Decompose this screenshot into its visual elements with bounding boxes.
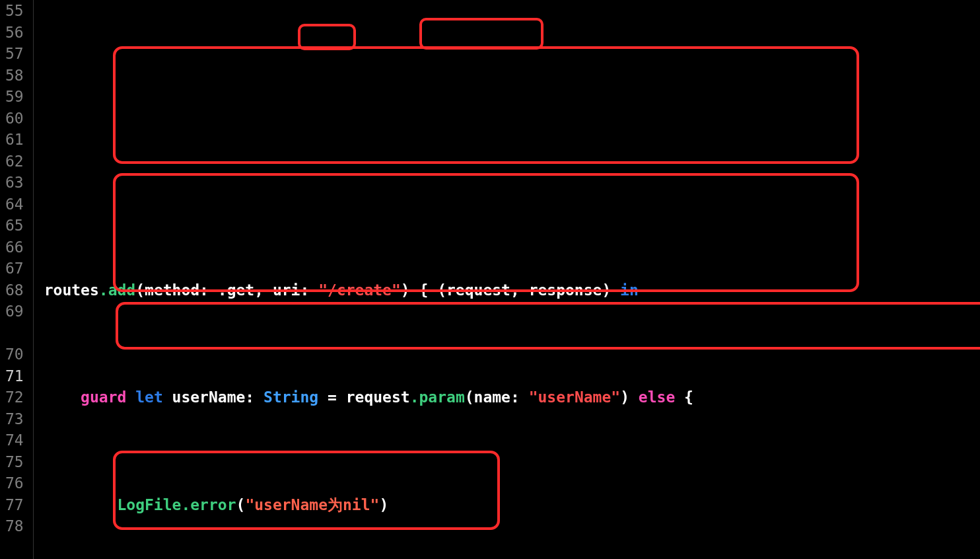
token-keyword: let bbox=[126, 389, 162, 406]
token: (method: bbox=[135, 281, 218, 299]
line-number-wrap bbox=[5, 322, 24, 344]
line-number: 61 bbox=[5, 129, 24, 151]
token-type: String bbox=[263, 389, 318, 406]
line-number: 77 bbox=[5, 494, 24, 516]
line-number: 62 bbox=[5, 151, 24, 172]
line-number: 67 bbox=[5, 258, 24, 280]
token: userName: bbox=[163, 389, 263, 406]
box-guard-json bbox=[116, 302, 980, 350]
token-keyword: guard bbox=[81, 389, 126, 406]
line-number: 68 bbox=[5, 280, 24, 301]
token: .error bbox=[181, 496, 236, 513]
line-number: 60 bbox=[5, 108, 24, 130]
line-number: 75 bbox=[5, 451, 24, 473]
token: ) bbox=[379, 496, 388, 513]
code-line[interactable]: routes.add(method: .get, uri: "/create")… bbox=[44, 280, 776, 301]
box-get bbox=[298, 24, 356, 50]
token-string: "userName为nil" bbox=[245, 496, 379, 513]
token: , uri: bbox=[254, 281, 318, 299]
token: routes bbox=[44, 281, 99, 299]
line-number: 69 bbox=[5, 301, 24, 322]
code-line[interactable] bbox=[44, 172, 776, 194]
token: .get bbox=[218, 281, 254, 299]
line-number: 64 bbox=[5, 194, 24, 215]
line-number: 72 bbox=[5, 387, 24, 408]
line-number: 73 bbox=[5, 408, 24, 430]
token-string: "userName" bbox=[529, 389, 620, 406]
box-guard-user bbox=[113, 46, 859, 164]
line-number: 66 bbox=[5, 237, 24, 258]
line-number-current: 71 bbox=[5, 365, 24, 387]
line-number: 65 bbox=[5, 215, 24, 237]
line-number: 59 bbox=[5, 86, 24, 108]
line-number: 58 bbox=[5, 65, 24, 87]
token: .add bbox=[99, 281, 135, 299]
line-number: 56 bbox=[5, 22, 24, 44]
code-line[interactable]: LogFile.error("userName为nil") bbox=[44, 494, 776, 516]
token: { bbox=[675, 389, 693, 406]
line-number: 70 bbox=[5, 344, 24, 365]
line-number: 57 bbox=[5, 43, 24, 65]
token-string: "/create" bbox=[318, 281, 401, 299]
box-create bbox=[419, 18, 543, 50]
line-number: 55 bbox=[5, 0, 24, 22]
code-area[interactable]: routes.add(method: .get, uri: "/create")… bbox=[34, 0, 776, 559]
token: ) { (request, response) bbox=[401, 281, 620, 299]
token: (name: bbox=[465, 389, 529, 406]
line-number: 78 bbox=[5, 515, 24, 537]
token: ) bbox=[620, 389, 639, 406]
token-keyword: in bbox=[620, 281, 639, 299]
token: ( bbox=[236, 496, 246, 513]
code-line[interactable]: guard let userName: String = request.par… bbox=[44, 387, 776, 408]
line-number: 76 bbox=[5, 472, 24, 494]
line-number: 63 bbox=[5, 172, 24, 194]
token: .param bbox=[410, 389, 465, 406]
line-number-gutter: 55 56 57 58 59 60 61 62 63 64 65 66 67 6… bbox=[0, 0, 34, 559]
token-keyword: else bbox=[639, 389, 675, 406]
line-number: 74 bbox=[5, 429, 24, 451]
token: = request bbox=[318, 389, 409, 406]
token: LogFile bbox=[117, 496, 181, 513]
box-log-resp bbox=[113, 451, 500, 530]
code-editor: 55 56 57 58 59 60 61 62 63 64 65 66 67 6… bbox=[0, 0, 980, 559]
